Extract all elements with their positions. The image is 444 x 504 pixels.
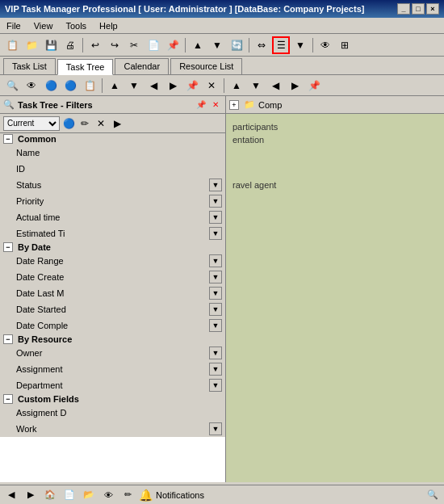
filter-name[interactable]: Name (0, 145, 225, 161)
tb2-btn8[interactable]: ▶ (164, 77, 182, 94)
columns-dropdown-button[interactable]: ▼ (291, 36, 309, 54)
new-task-button[interactable]: 📋 (3, 36, 21, 54)
status-btn-new[interactable]: 📄 (61, 488, 77, 502)
byresource-section-header[interactable]: − By Resource (0, 334, 225, 345)
tb2-btn7[interactable]: ◀ (145, 77, 162, 94)
menu-help[interactable]: Help (96, 20, 121, 32)
tb2-right3[interactable]: ◀ (266, 77, 284, 94)
filter-department[interactable]: Department ▼ (0, 377, 225, 393)
tb2-close[interactable]: ✕ (203, 77, 220, 94)
status-btn-back[interactable]: ◀ (3, 488, 19, 502)
refresh-button[interactable]: 🔄 (228, 36, 245, 54)
byresource-expand[interactable]: − (3, 334, 13, 344)
tb2-btn1[interactable]: 👁 (23, 77, 40, 94)
customfields-section-header[interactable]: − Custom Fields (0, 393, 225, 405)
tb2-btn3[interactable]: 🔵 (61, 77, 79, 94)
date-started-dropdown[interactable]: ▼ (209, 303, 222, 316)
cut-button[interactable]: ✂ (125, 36, 143, 54)
tab-calendar[interactable]: Calendar (115, 58, 169, 74)
filter-pin-button[interactable]: 📌 (195, 99, 207, 111)
undo-button[interactable]: ↩ (86, 36, 104, 54)
grid-button[interactable]: ⊞ (336, 36, 354, 54)
status-btn-view[interactable]: 👁 (100, 488, 116, 502)
filter-estimated-time[interactable]: Estimated Ti ▼ (0, 225, 225, 242)
paste-button[interactable]: 📌 (164, 36, 182, 54)
left-panel: 🔍 Task Tree - Filters 📌 ✕ Current All 🔵 … (0, 96, 226, 482)
tb2-right1[interactable]: ▲ (228, 77, 245, 94)
redo-button[interactable]: ↪ (106, 36, 124, 54)
minimize-button[interactable]: _ (397, 3, 410, 15)
date-range-dropdown[interactable]: ▼ (209, 254, 222, 267)
tb2-btn6[interactable]: ▼ (125, 77, 143, 94)
priority-dropdown[interactable]: ▼ (209, 195, 222, 208)
filter-date-last-m[interactable]: Date Last M ▼ (0, 285, 225, 301)
view-button[interactable]: 👁 (316, 36, 334, 54)
up-button[interactable]: ▲ (189, 36, 207, 54)
open-button[interactable]: 📁 (23, 36, 40, 54)
copy-button[interactable]: 📄 (145, 36, 162, 54)
filter-work[interactable]: Work ▼ (0, 421, 225, 437)
filter-close-button[interactable]: ✕ (209, 99, 222, 111)
department-dropdown[interactable]: ▼ (209, 379, 222, 392)
common-section-header[interactable]: − Common (0, 133, 225, 145)
status-btn-edit[interactable]: ✏ (119, 488, 136, 502)
bydate-label: By Date (18, 242, 51, 252)
tb2-btn4[interactable]: 📋 (81, 77, 98, 94)
filter-assignment-d[interactable]: Assigment D (0, 405, 225, 421)
bydate-section-header[interactable]: − By Date (0, 242, 225, 253)
right-expand-btn[interactable]: + (229, 100, 239, 110)
tb2-btn2[interactable]: 🔵 (42, 77, 60, 94)
filter-status[interactable]: Status ▼ (0, 177, 225, 193)
owner-dropdown[interactable]: ▼ (209, 346, 222, 359)
tab-task-tree[interactable]: Task Tree (57, 59, 114, 75)
filter-owner[interactable]: Owner ▼ (0, 345, 225, 361)
swap-button[interactable]: ⇔ (253, 36, 270, 54)
tb2-pin[interactable]: 📌 (183, 77, 201, 94)
bydate-expand[interactable]: − (3, 242, 13, 252)
maximize-button[interactable]: □ (412, 3, 425, 15)
menu-view[interactable]: View (31, 20, 57, 32)
filter-icon[interactable]: 🔍 (3, 77, 21, 94)
filter-id[interactable]: ID (0, 161, 225, 177)
tb2-right4[interactable]: ▶ (286, 77, 304, 94)
filter-actual-time[interactable]: Actual time ▼ (0, 209, 225, 225)
tb2-right2[interactable]: ▼ (247, 77, 265, 94)
filter-tb-btn2[interactable]: ✏ (77, 116, 92, 131)
down-button[interactable]: ▼ (208, 36, 226, 54)
assignment-dropdown[interactable]: ▼ (209, 363, 222, 376)
filter-tb-btn1[interactable]: 🔵 (61, 116, 76, 131)
filter-date-started[interactable]: Date Started ▼ (0, 301, 225, 317)
tab-resource-list[interactable]: Resource List (170, 58, 242, 74)
filter-date-created[interactable]: Date Create ▼ (0, 269, 225, 285)
customfields-expand[interactable]: − (3, 394, 13, 404)
filter-date-range[interactable]: Date Range ▼ (0, 253, 225, 269)
actual-time-dropdown[interactable]: ▼ (209, 211, 222, 224)
tab-task-list[interactable]: Task List (3, 58, 56, 74)
print-button[interactable]: 🖨 (61, 36, 79, 54)
tb2-right5[interactable]: 📌 (305, 77, 323, 94)
columns-button[interactable]: ☰ (272, 36, 290, 54)
date-last-m-dropdown[interactable]: ▼ (209, 287, 222, 300)
estimated-time-dropdown[interactable]: ▼ (209, 227, 222, 240)
filter-tb-btn4[interactable]: ▶ (110, 116, 124, 131)
menu-tools[interactable]: Tools (62, 20, 90, 32)
current-filter-select[interactable]: Current All (3, 116, 60, 131)
filter-assignment[interactable]: Assignment ▼ (0, 361, 225, 377)
status-btn-home[interactable]: 🏠 (42, 488, 58, 502)
filter-date-completed[interactable]: Date Comple ▼ (0, 317, 225, 334)
work-dropdown[interactable]: ▼ (209, 422, 222, 435)
close-button[interactable]: × (426, 3, 439, 15)
status-btn-forward[interactable]: ▶ (23, 488, 39, 502)
date-created-dropdown[interactable]: ▼ (209, 271, 222, 284)
date-completed-dropdown[interactable]: ▼ (209, 319, 222, 332)
tb2-btn5[interactable]: ▲ (106, 77, 124, 94)
status-btn-open[interactable]: 📂 (81, 488, 97, 502)
menu-file[interactable]: File (3, 20, 24, 32)
status-filter-btn[interactable]: 🔍 (425, 488, 441, 502)
save-button[interactable]: 💾 (42, 36, 60, 54)
filter-priority[interactable]: Priority ▼ (0, 193, 225, 209)
filter-tb-btn3[interactable]: ✕ (94, 116, 108, 131)
filter-icon-funnel: 🔍 (3, 99, 15, 110)
common-expand[interactable]: − (3, 134, 13, 144)
status-dropdown[interactable]: ▼ (209, 178, 222, 191)
